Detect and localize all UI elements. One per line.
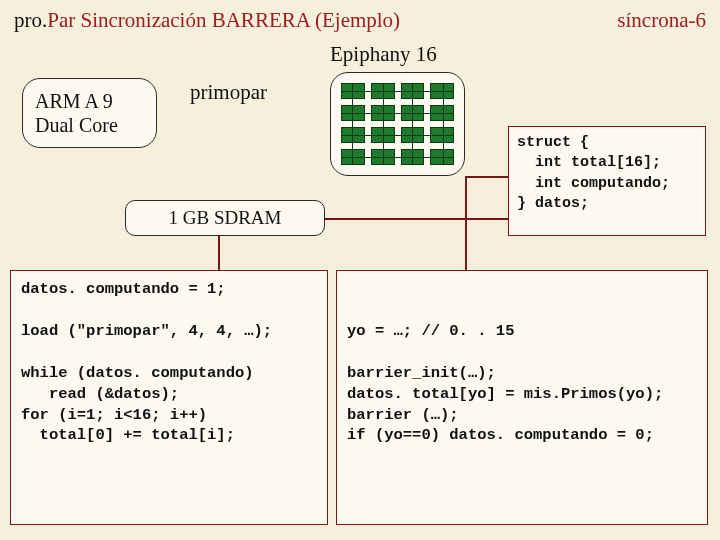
core-cell	[430, 149, 454, 165]
core-cell	[401, 149, 425, 165]
device-code: yo = …; // 0. . 15 barrier_init(…); dato…	[347, 322, 663, 445]
core-cell	[371, 127, 395, 143]
core-cell	[341, 149, 365, 165]
title-main: Par Sincronización BARRERA (Ejemplo)	[47, 8, 400, 32]
epiphany-label: Epiphany 16	[330, 42, 437, 67]
core-cell	[371, 149, 395, 165]
arm-cpu-box: ARM A 9 Dual Core	[22, 78, 157, 148]
core-cell	[341, 83, 365, 99]
core-cell	[401, 83, 425, 99]
primopar-label: primopar	[190, 80, 267, 105]
arm-line2: Dual Core	[35, 113, 156, 137]
header-page: síncrona-6	[617, 8, 706, 33]
struct-code: struct { int total[16]; int computando; …	[517, 134, 670, 212]
arm-line1: ARM A 9	[35, 89, 156, 113]
connector-line	[465, 176, 467, 270]
title-prefix: pro.	[14, 8, 47, 32]
connector-line	[218, 236, 220, 270]
core-cell	[430, 127, 454, 143]
device-code-box: yo = …; // 0. . 15 barrier_init(…); dato…	[336, 270, 708, 525]
core-cell	[430, 105, 454, 121]
core-cell	[341, 105, 365, 121]
connector-line	[465, 176, 508, 178]
core-cell	[341, 127, 365, 143]
core-cell	[430, 83, 454, 99]
connector-line	[325, 218, 508, 220]
core-cell	[401, 105, 425, 121]
header-title: pro.Par Sincronización BARRERA (Ejemplo)	[14, 8, 400, 33]
sdram-box: 1 GB SDRAM	[125, 200, 325, 236]
core-grid	[341, 83, 454, 165]
slide-header: pro.Par Sincronización BARRERA (Ejemplo)…	[0, 0, 720, 37]
core-cell	[371, 83, 395, 99]
core-cell	[401, 127, 425, 143]
struct-code-box: struct { int total[16]; int computando; …	[508, 126, 706, 236]
host-code-box: datos. computando = 1; load ("primopar",…	[10, 270, 328, 525]
epiphany-grid-box	[330, 72, 465, 176]
core-cell	[371, 105, 395, 121]
host-code: datos. computando = 1; load ("primopar",…	[21, 280, 272, 444]
